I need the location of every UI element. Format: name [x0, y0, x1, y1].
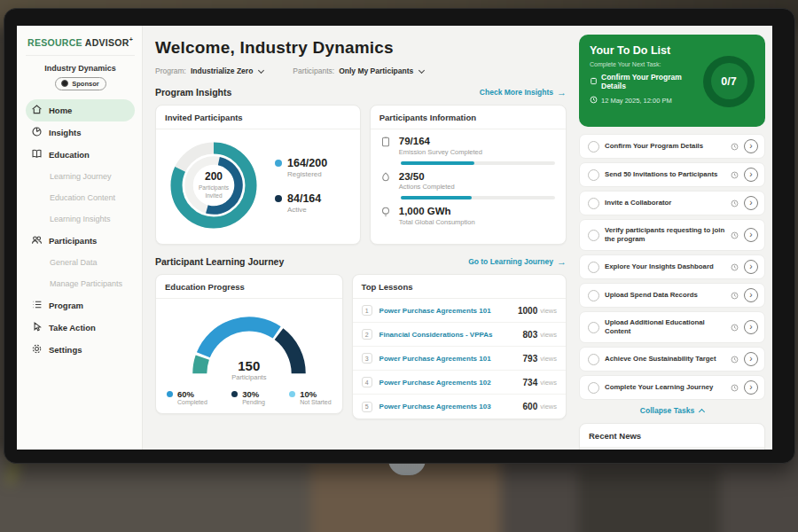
legend-dot: [289, 391, 295, 397]
clock-icon: [731, 263, 739, 271]
section-title: Program Insights: [155, 87, 231, 98]
sidebar-item-program[interactable]: Program: [26, 294, 135, 317]
task-item[interactable]: Verify participants requesting to join t…: [579, 219, 765, 251]
lesson-link[interactable]: Power Purchase Agreements 101: [379, 355, 523, 363]
link-label: Check More Insights: [480, 88, 553, 97]
task-open-button[interactable]: ›: [744, 288, 758, 302]
sidebar-item-education-content[interactable]: Education Content: [26, 187, 135, 208]
card-title: Invited Participants: [156, 106, 360, 129]
todo-panel: Your To Do List Complete Your Next Task:…: [579, 26, 772, 450]
home-icon: [31, 104, 43, 117]
clock-icon: [590, 96, 598, 106]
sidebar-item-label: Take Action: [49, 323, 96, 332]
task-checkbox[interactable]: [588, 230, 599, 241]
lesson-link[interactable]: Power Purchase Agreements 102: [379, 379, 523, 387]
task-open-button[interactable]: ›: [744, 228, 758, 242]
legend-item-active: 84/164 Active: [275, 192, 327, 214]
lesson-row[interactable]: 3 Power Purchase Agreements 101 793 view…: [353, 347, 566, 371]
sidebar-item-take-action[interactable]: Take Action: [26, 317, 135, 339]
sidebar-item-participants[interactable]: Participants: [26, 230, 135, 252]
sidebar-item-home[interactable]: Home: [26, 99, 135, 121]
sidebar-item-general-data[interactable]: General Data: [26, 252, 135, 273]
task-open-button[interactable]: ›: [744, 139, 758, 153]
participants-filter-value[interactable]: Only My Participants: [339, 66, 413, 75]
pending-value: 30%: [242, 389, 265, 399]
lesson-link[interactable]: Financial Considerations - VPPAs: [379, 331, 523, 339]
chevron-down-icon[interactable]: [258, 66, 264, 73]
donut-chart: 200 Participants Invited: [161, 133, 266, 238]
gear-icon: [31, 343, 43, 356]
registered-value: 164/200: [287, 157, 327, 169]
task-checkbox[interactable]: [588, 290, 599, 301]
task-checkbox[interactable]: [588, 322, 599, 333]
due-label: 12 May 2025, 12:00 PM: [601, 97, 672, 105]
journey-cards-row: Education Progress 150 Parti: [155, 274, 567, 419]
task-item[interactable]: Upload Spend Data Records ›: [579, 283, 765, 308]
task-item[interactable]: Send 50 Invitations to Participants ›: [579, 162, 765, 187]
sidebar-item-label: Learning Insights: [50, 215, 111, 223]
task-open-button[interactable]: ›: [744, 168, 758, 182]
participants-information-card: Participants Information 79/164 Emission…: [370, 105, 567, 245]
lesson-rank: 3: [362, 353, 372, 364]
legend-dot: [275, 160, 282, 167]
task-item[interactable]: Invite a Collaborator ›: [579, 191, 765, 215]
clock-icon: [731, 143, 739, 151]
next-task-label: Confirm Your Program Details: [601, 73, 703, 90]
task-item[interactable]: Upload Additional Educational Content ›: [579, 311, 765, 343]
task-open-button[interactable]: ›: [744, 320, 758, 334]
sidebar-item-manage-participants[interactable]: Manage Participants: [26, 273, 135, 294]
go-to-learning-journey-link[interactable]: Go to Learning Journey →: [468, 257, 567, 267]
donut-legend: 164/200 Registered 84/164 Active: [275, 157, 327, 214]
pointer-icon: [31, 321, 43, 334]
sidebar-program-name: Industry Dynamics: [26, 64, 135, 73]
sidebar-item-learning-journey[interactable]: Learning Journey: [26, 166, 135, 187]
task-checkbox[interactable]: [588, 382, 599, 394]
info-row-consumption: 1,000 GWh Total Global Consumption: [371, 200, 566, 226]
legend-dot: [231, 391, 238, 397]
task-checkbox[interactable]: [588, 354, 599, 365]
task-checkbox[interactable]: [588, 198, 599, 209]
education-progress-card: Education Progress 150 Parti: [155, 274, 343, 414]
program-filter-value[interactable]: Industrialize Zero: [191, 66, 253, 75]
lesson-link[interactable]: Power Purchase Agreements 103: [379, 403, 523, 411]
task-label: Achieve One Sustainability Target: [605, 355, 725, 364]
lesson-row[interactable]: 4 Power Purchase Agreements 102 734 view…: [353, 371, 566, 395]
task-checkbox[interactable]: [588, 262, 599, 273]
task-item[interactable]: Confirm Your Program Details ›: [579, 134, 765, 159]
task-open-button[interactable]: ›: [744, 260, 758, 274]
task-item[interactable]: Achieve One Sustainability Target ›: [579, 347, 765, 372]
program-insights-header: Program Insights Check More Insights →: [155, 87, 567, 98]
lesson-link[interactable]: Power Purchase Agreements 101: [379, 307, 518, 315]
sidebar-item-settings[interactable]: Settings: [26, 339, 135, 361]
lesson-row[interactable]: 5 Power Purchase Agreements 103 600 view…: [353, 395, 566, 419]
task-item[interactable]: Explore Your Insights Dashboard ›: [579, 254, 765, 279]
survey-label: Emission Survey Completed: [399, 148, 482, 156]
participants-filter-label: Participants:: [293, 66, 334, 75]
clock-icon: [731, 171, 739, 179]
lesson-row[interactable]: 2 Financial Considerations - VPPAs 803 v…: [353, 323, 566, 347]
card-title: Top Lessons: [353, 275, 566, 299]
chevron-down-icon[interactable]: [419, 66, 425, 73]
insights-icon: [31, 126, 43, 139]
clock-icon: [731, 200, 739, 207]
insights-cards-row: Invited Participants 200: [155, 105, 567, 245]
sidebar-item-learning-insights[interactable]: Learning Insights: [26, 208, 135, 230]
task-checkbox[interactable]: [588, 141, 599, 153]
task-item[interactable]: Complete Your Learning Journey ›: [579, 375, 765, 400]
task-open-button[interactable]: ›: [744, 196, 758, 210]
page-title: Welcome, Industry Dynamics: [155, 38, 567, 58]
task-open-button[interactable]: ›: [744, 352, 758, 366]
sidebar-item-label: Program: [49, 301, 83, 310]
lesson-row[interactable]: 1 Power Purchase Agreements 101 1000 vie…: [353, 299, 566, 323]
logo-resource: RESOURCE: [27, 37, 82, 48]
task-open-button[interactable]: ›: [744, 380, 758, 395]
not-started-label: Not Started: [300, 399, 331, 405]
check-more-insights-link[interactable]: Check More Insights →: [480, 88, 567, 98]
sidebar-item-education[interactable]: Education: [26, 144, 135, 166]
actions-value: 23/50: [399, 171, 455, 183]
sponsor-badge[interactable]: Sponsor: [55, 77, 106, 90]
task-label: Invite a Collaborator: [605, 199, 725, 207]
collapse-tasks-link[interactable]: Collapse Tasks: [579, 406, 765, 415]
task-checkbox[interactable]: [588, 169, 599, 181]
sidebar-item-insights[interactable]: Insights: [26, 121, 135, 144]
